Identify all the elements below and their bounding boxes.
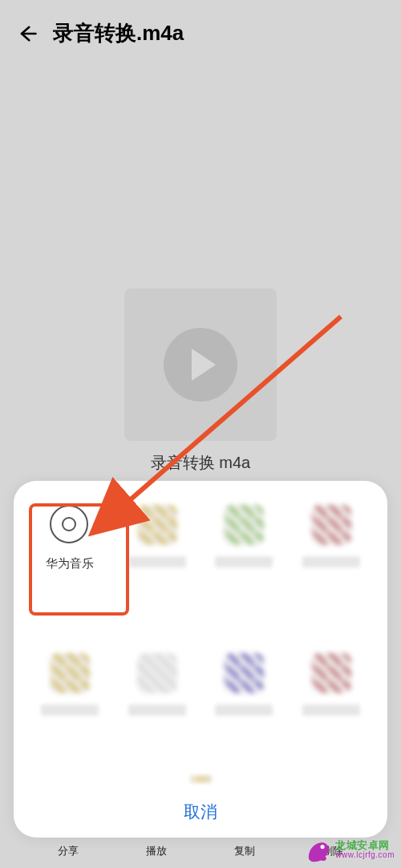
app-icon (137, 653, 177, 693)
app-icon (224, 653, 264, 693)
share-app-label (302, 704, 360, 716)
app-icon (50, 653, 90, 693)
tab-play[interactable]: 播放 (146, 844, 167, 858)
share-app-label (41, 704, 99, 716)
share-app-item[interactable] (204, 505, 285, 631)
share-app-label: 华为音乐 (46, 556, 94, 571)
page-title: 录音转换.m4a (53, 19, 184, 47)
tab-share[interactable]: 分享 (58, 844, 79, 858)
share-app-label (215, 556, 273, 567)
watermark-url: www.lcjrfg.com (335, 851, 395, 860)
share-grid: 华为音乐 (30, 505, 371, 775)
tab-copy[interactable]: 复制 (234, 844, 255, 858)
share-app-item[interactable] (117, 505, 198, 631)
share-app-item[interactable] (117, 653, 198, 775)
share-app-item[interactable] (204, 653, 285, 775)
watermark: 龙城安卓网 www.lcjrfg.com (305, 836, 395, 863)
share-app-item[interactable] (291, 505, 372, 631)
play-icon (164, 328, 237, 402)
app-icon (137, 505, 177, 545)
cancel-button[interactable]: 取消 (30, 788, 371, 838)
share-app-label (215, 704, 273, 716)
back-icon[interactable] (16, 22, 38, 45)
share-app-item[interactable] (291, 653, 372, 775)
share-app-label (128, 704, 186, 716)
share-app-label (128, 556, 186, 567)
disc-icon (50, 505, 90, 545)
svg-point-3 (321, 845, 325, 849)
app-icon (311, 505, 351, 545)
app-icon (224, 505, 264, 545)
share-app-huawei-music[interactable]: 华为音乐 (30, 505, 111, 631)
media-preview: 录音转换 m4a (124, 289, 277, 474)
media-filename: 录音转换 m4a (124, 452, 277, 474)
media-thumbnail[interactable] (124, 289, 277, 441)
page-indicator (189, 775, 212, 783)
share-app-label (302, 556, 360, 567)
header: 录音转换.m4a (0, 0, 401, 67)
share-app-item[interactable] (30, 653, 111, 775)
watermark-logo-icon (305, 836, 332, 863)
share-sheet: 华为音乐 取消 (14, 481, 387, 838)
app-icon (311, 653, 351, 693)
watermark-title: 龙城安卓网 (335, 840, 395, 851)
